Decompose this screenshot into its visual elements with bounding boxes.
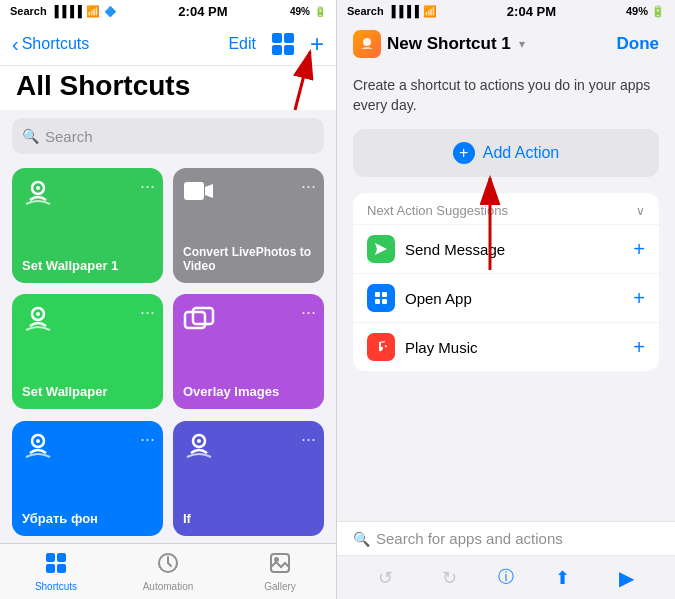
tile-more-menu[interactable]: ··· (301, 176, 316, 197)
edit-button[interactable]: Edit (228, 35, 256, 53)
done-button[interactable]: Done (617, 34, 660, 54)
shortcut-name-row: New Shortcut 1 ▾ (353, 30, 525, 58)
open-app-icon (367, 284, 395, 312)
undo-button[interactable]: ↺ (370, 563, 401, 593)
tile-more-menu[interactable]: ··· (301, 302, 316, 323)
back-button[interactable]: ‹ Shortcuts (12, 34, 89, 54)
nav-actions: Edit + (228, 32, 324, 56)
right-carrier: Search (347, 5, 384, 17)
automation-tab-icon (156, 551, 180, 579)
svg-point-1 (36, 186, 40, 190)
tile-more-menu[interactable]: ··· (301, 429, 316, 450)
tab-shortcuts[interactable]: Shortcuts (0, 551, 112, 592)
shortcut-tile-overlay-images[interactable]: ··· Overlay Images (173, 294, 324, 409)
status-right: 49% 🔋 (290, 6, 326, 17)
open-app-label: Open App (405, 290, 633, 307)
tile-icon (183, 431, 314, 470)
left-status-bar: Search ▐▐▐▐ 📶 🔷 2:04 PM 49% 🔋 (0, 0, 336, 22)
svg-rect-11 (46, 553, 55, 562)
add-action-plus-icon: + (453, 142, 475, 164)
svg-rect-13 (46, 564, 55, 573)
right-status-right: 49% 🔋 (626, 5, 665, 18)
back-label: Shortcuts (22, 35, 90, 53)
svg-point-8 (36, 439, 40, 443)
svg-rect-5 (185, 312, 205, 328)
wifi-icon: 📶 (86, 5, 100, 18)
send-message-add-button[interactable]: + (633, 238, 645, 261)
svg-rect-20 (382, 292, 387, 297)
open-app-add-button[interactable]: + (633, 287, 645, 310)
tile-icon (183, 304, 314, 343)
bottom-toolbar: ↺ ↻ ⓘ ⬆ ▶ (337, 555, 675, 599)
svg-point-17 (275, 558, 278, 561)
shortcut-tile-set-wallpaper[interactable]: ··· Set Wallpaper (12, 294, 163, 409)
left-nav-bar: ‹ Shortcuts Edit + (0, 22, 336, 66)
tab-gallery[interactable]: Gallery (224, 551, 336, 592)
tile-icon (22, 431, 153, 470)
shortcut-tile-if[interactable]: ··· If (173, 421, 324, 536)
shortcut-tile-convert-livephotos[interactable]: ··· Convert LivePhotos to Video (173, 168, 324, 283)
search-icon: 🔍 (22, 128, 39, 144)
grid-view-button[interactable] (272, 33, 294, 55)
time-display: 2:04 PM (178, 4, 227, 19)
redo-button[interactable]: ↻ (434, 563, 465, 593)
suggestions-chevron-icon[interactable]: ∨ (636, 204, 645, 218)
tile-label: Convert LivePhotos to Video (183, 245, 314, 273)
tile-label: Set Wallpaper (22, 384, 153, 399)
tile-more-menu[interactable]: ··· (140, 429, 155, 450)
shortcut-app-icon (353, 30, 381, 58)
battery-text: 49% (290, 6, 310, 17)
play-music-label: Play Music (405, 339, 633, 356)
right-status-left: Search ▐▐▐▐ 📶 (347, 5, 437, 18)
right-panel: Search ▐▐▐▐ 📶 2:04 PM 49% 🔋 New Shortcut… (337, 0, 675, 599)
bluetooth-icon: 🔷 (104, 6, 116, 17)
svg-point-4 (36, 312, 40, 316)
signal-icon: ▐▐▐▐ (51, 5, 82, 17)
search-bar[interactable]: 🔍 Search (12, 118, 324, 154)
shortcut-tile-remove-bg[interactable]: ··· Убрать фон (12, 421, 163, 536)
status-left: Search ▐▐▐▐ 📶 🔷 (10, 5, 116, 18)
send-message-icon (367, 235, 395, 263)
svg-rect-22 (382, 299, 387, 304)
shortcut-name-text[interactable]: New Shortcut 1 (387, 34, 511, 54)
share-button[interactable]: ⬆ (547, 563, 578, 593)
right-battery: 49% (626, 5, 648, 17)
suggestions-section: Next Action Suggestions ∨ Send Message + (353, 193, 659, 371)
search-actions-icon: 🔍 (353, 531, 370, 547)
suggestion-open-app[interactable]: Open App + (353, 273, 659, 322)
play-music-add-button[interactable]: + (633, 336, 645, 359)
send-message-label: Send Message (405, 241, 633, 258)
create-description: Create a shortcut to actions you do in y… (337, 66, 675, 129)
svg-rect-14 (57, 564, 66, 573)
add-action-button[interactable]: + Add Action (353, 129, 659, 177)
svg-rect-12 (57, 553, 66, 562)
svg-point-10 (197, 439, 201, 443)
search-actions-placeholder: Search for apps and actions (376, 530, 659, 547)
tab-automation[interactable]: Automation (112, 551, 224, 592)
play-music-icon (367, 333, 395, 361)
back-arrow-icon: ‹ (12, 34, 19, 54)
suggestion-play-music[interactable]: Play Music + (353, 322, 659, 371)
right-signal-icon: ▐▐▐▐ (388, 5, 419, 17)
tab-shortcuts-label: Shortcuts (35, 581, 77, 592)
page-title-section: All Shortcuts (0, 66, 336, 110)
svg-rect-21 (375, 299, 380, 304)
info-button[interactable]: ⓘ (498, 567, 514, 588)
tile-more-menu[interactable]: ··· (140, 302, 155, 323)
search-actions-bar[interactable]: 🔍 Search for apps and actions (337, 521, 675, 555)
tile-more-menu[interactable]: ··· (140, 176, 155, 197)
svg-rect-19 (375, 292, 380, 297)
tile-icon (183, 178, 314, 211)
tab-gallery-label: Gallery (264, 581, 296, 592)
right-time: 2:04 PM (507, 4, 556, 19)
add-shortcut-button[interactable]: + (310, 32, 324, 56)
play-button[interactable]: ▶ (611, 562, 642, 594)
shortcut-tile-set-wallpaper-1[interactable]: ··· Set Wallpaper 1 (12, 168, 163, 283)
tile-icon (22, 304, 153, 343)
carrier-text: Search (10, 5, 47, 17)
suggestion-send-message[interactable]: Send Message + (353, 224, 659, 273)
right-battery-icon: 🔋 (651, 5, 665, 18)
shortcuts-tab-icon (44, 551, 68, 579)
search-placeholder: Search (45, 128, 93, 145)
tile-label: Overlay Images (183, 384, 314, 399)
